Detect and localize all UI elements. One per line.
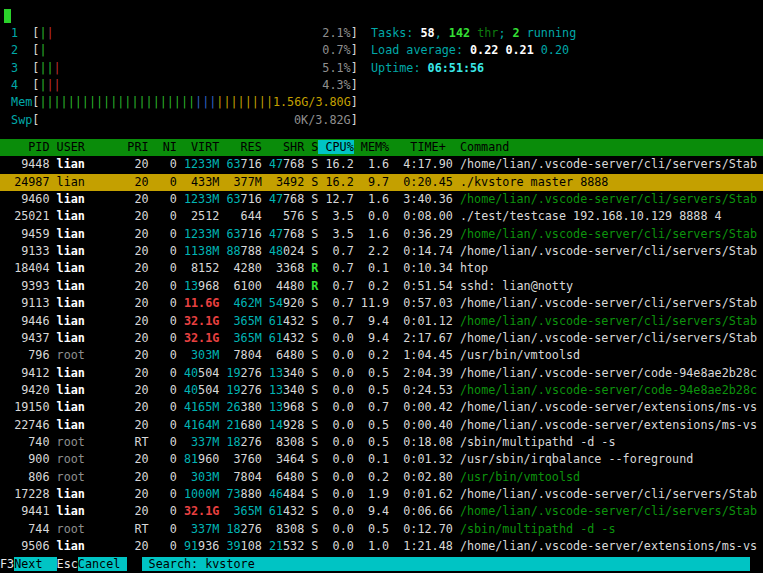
column-header-ni[interactable]: NI xyxy=(149,140,177,154)
pri-ni-cell: 20 0 xyxy=(120,331,184,345)
process-row[interactable]: 9506 lian 20 0 91936 39108 21532 S 0.0 1… xyxy=(0,538,763,555)
process-row[interactable]: 744 root RT 0 337M 18276 8308 S 0.0 0.5 … xyxy=(0,521,763,538)
command-cell: /home/lian/.vscode-server/cli/servers/St… xyxy=(460,487,763,501)
command-cell: /sbin/multipathd -d -s xyxy=(460,522,763,536)
command-cell: /home/lian/.vscode-server/cli/servers/St… xyxy=(460,331,763,345)
memory-meter: Mem[|||||||||||||||||||||||||||||||||1.5… xyxy=(4,94,358,111)
pid-cell: 744 xyxy=(0,522,50,536)
pri-ni-cell: RT 0 xyxy=(120,522,184,536)
pid-cell: 9460 xyxy=(0,192,50,206)
command-cell: /home/lian/.vscode-server/extensions/ms-… xyxy=(460,400,763,414)
column-header-command[interactable]: Command xyxy=(460,140,510,154)
column-header-res[interactable]: RES xyxy=(219,140,261,154)
pid-cell: 9133 xyxy=(0,244,50,258)
column-header-user[interactable]: USER xyxy=(50,140,121,154)
column-header-mem[interactable]: MEM% xyxy=(354,140,389,154)
column-header-shr[interactable]: SHR xyxy=(262,140,304,154)
process-row[interactable]: 9420 lian 20 0 40504 19276 13340 S 0.0 0… xyxy=(0,382,763,399)
column-header-pri[interactable]: PRI xyxy=(120,140,148,154)
user-cell: root xyxy=(57,452,121,466)
process-row[interactable]: 9412 lian 20 0 40504 19276 13340 S 0.0 0… xyxy=(0,365,763,382)
column-header-virt[interactable]: VIRT xyxy=(177,140,219,154)
cpu-meter-3-value: 5.1% xyxy=(322,61,350,75)
pri-ni-cell: 20 0 xyxy=(120,504,184,518)
command-cell: sshd: lian@notty xyxy=(460,279,763,293)
search-input[interactable]: Search: kvstore xyxy=(142,557,750,571)
pri-ni-cell: 20 0 xyxy=(120,175,184,189)
user-cell: root xyxy=(57,522,121,536)
function-bar: F3Next EscCancel Search: kvstore xyxy=(0,556,763,573)
command-cell: /home/lian/.vscode-server/cli/servers/St… xyxy=(460,192,763,206)
command-cell: /home/lian/.vscode-server/extensions/ms-… xyxy=(460,539,763,553)
process-row[interactable]: 9446 lian 20 0 32.1G 365M 61432 S 0.7 9.… xyxy=(0,313,763,330)
process-row[interactable]: 9448 lian 20 0 1233M 63716 47768 S 16.2 … xyxy=(0,156,763,173)
cpu-mem-time-cell: 0.7 0.2 0:51.54 xyxy=(318,279,459,293)
process-row[interactable]: 9133 lian 20 0 1138M 88788 48024 S 0.7 2… xyxy=(0,243,763,260)
cpu-mem-time-cell: 0.7 9.4 0:01.12 xyxy=(318,314,459,328)
cpu-meter-2-label: 2 xyxy=(4,43,32,57)
pri-ni-cell: 20 0 xyxy=(120,470,184,484)
pid-cell: 9448 xyxy=(0,157,50,171)
user-cell: lian xyxy=(57,418,121,432)
user-cell: lian xyxy=(57,175,121,189)
cpu-mem-time-cell: 0.0 0.5 0:00.40 xyxy=(318,418,459,432)
process-row[interactable]: 900 root 20 0 81960 3760 3464 S 0.0 0.1 … xyxy=(0,451,763,468)
process-row[interactable]: 18404 lian 20 0 8152 4280 3368 R 0.7 0.1… xyxy=(0,260,763,277)
cpu-mem-time-cell: 0.0 9.4 0:06.66 xyxy=(318,504,459,518)
pid-cell: 24987 xyxy=(0,175,50,189)
column-header-pid[interactable]: PID xyxy=(0,140,50,154)
user-cell: lian xyxy=(57,487,121,501)
process-row[interactable]: 17228 lian 20 0 1000M 73880 46484 S 0.0 … xyxy=(0,486,763,503)
pid-cell: 9412 xyxy=(0,366,50,380)
esc-key[interactable]: Esc xyxy=(57,557,78,571)
process-row[interactable]: 22746 lian 20 0 4164M 21680 14928 S 0.0 … xyxy=(0,417,763,434)
command-cell: /home/lian/.vscode-server/cli/servers/St… xyxy=(460,244,763,258)
command-cell: /home/lian/.vscode-server/cli/servers/St… xyxy=(460,157,763,171)
cpu-mem-time-cell: 12.7 1.6 3:40.36 xyxy=(318,192,459,206)
f3-key[interactable]: F3 xyxy=(0,557,14,571)
process-row[interactable]: 25021 lian 20 0 2512 644 576 S 3.5 0.0 0… xyxy=(0,208,763,225)
running-count: 2 xyxy=(513,26,520,40)
cpu-mem-time-cell: 0.7 0.1 0:10.34 xyxy=(318,261,459,275)
user-cell: root xyxy=(57,435,121,449)
process-row[interactable]: 9460 lian 20 0 1233M 63716 47768 S 12.7 … xyxy=(0,191,763,208)
cpu-mem-time-cell: 0.0 0.7 0:00.42 xyxy=(318,400,459,414)
pid-cell: 796 xyxy=(0,348,50,362)
cpu-mem-time-cell: 0.7 2.2 0:14.74 xyxy=(318,244,459,258)
htop-terminal: 1 [|| 2.1%] 2 [| 0.7%] 3 [||| 5.1%] 4 [|… xyxy=(0,0,763,573)
pri-ni-cell: 20 0 xyxy=(120,227,184,241)
cpu-mem-time-cell: 0.0 0.2 0:02.80 xyxy=(318,470,459,484)
next-button[interactable]: Next xyxy=(14,557,56,571)
process-row[interactable]: 9437 lian 20 0 32.1G 365M 61432 S 0.0 9.… xyxy=(0,330,763,347)
process-row[interactable]: 19150 lian 20 0 4165M 26380 13968 S 0.0 … xyxy=(0,399,763,416)
column-header-s[interactable]: S xyxy=(304,140,318,154)
cpu-meter-2-value: 0.7% xyxy=(322,43,350,57)
process-row[interactable]: 9393 lian 20 0 13968 6100 4480 R 0.7 0.2… xyxy=(0,278,763,295)
command-cell: /usr/sbin/irqbalance --foreground xyxy=(460,452,763,466)
process-row[interactable]: 9441 lian 20 0 32.1G 365M 61432 S 0.0 9.… xyxy=(0,503,763,520)
cancel-button[interactable]: Cancel xyxy=(78,557,128,571)
process-row[interactable]: 806 root 20 0 303M 7804 6480 S 0.0 0.2 0… xyxy=(0,469,763,486)
process-row[interactable]: 24987 lian 20 0 433M 377M 3492 S 16.2 9.… xyxy=(0,174,763,191)
pid-cell: 9506 xyxy=(0,539,50,553)
command-cell: /home/lian/.vscode-server/code-94e8ae2b2… xyxy=(460,383,763,397)
command-cell: /home/lian/.vscode-server/code-94e8ae2b2… xyxy=(460,366,763,380)
column-header-cpu[interactable]: CPU% xyxy=(318,140,353,154)
pid-cell: 22746 xyxy=(0,418,50,432)
pri-ni-cell: 20 0 xyxy=(120,244,184,258)
command-cell: /home/lian/.vscode-server/cli/servers/St… xyxy=(460,504,763,518)
process-row[interactable]: 9113 lian 20 0 11.6G 462M 54920 S 0.7 11… xyxy=(0,295,763,312)
user-cell: root xyxy=(57,470,121,484)
process-row[interactable]: 9459 lian 20 0 1233M 63716 47768 S 3.5 1… xyxy=(0,226,763,243)
cpu-meter-3-label: 3 xyxy=(4,61,32,75)
column-header-time[interactable]: TIME+ xyxy=(389,140,460,154)
pri-ni-cell: RT 0 xyxy=(120,435,184,449)
pri-ni-cell: 20 0 xyxy=(120,418,184,432)
user-cell: lian xyxy=(57,296,121,310)
command-cell: /usr/bin/vmtoolsd xyxy=(460,348,763,362)
user-cell: lian xyxy=(57,366,121,380)
user-cell: lian xyxy=(57,383,121,397)
process-row[interactable]: 796 root 20 0 303M 7804 6480 S 0.0 0.2 1… xyxy=(0,347,763,364)
pri-ni-cell: 20 0 xyxy=(120,348,184,362)
process-row[interactable]: 740 root RT 0 337M 18276 8308 S 0.0 0.5 … xyxy=(0,434,763,451)
